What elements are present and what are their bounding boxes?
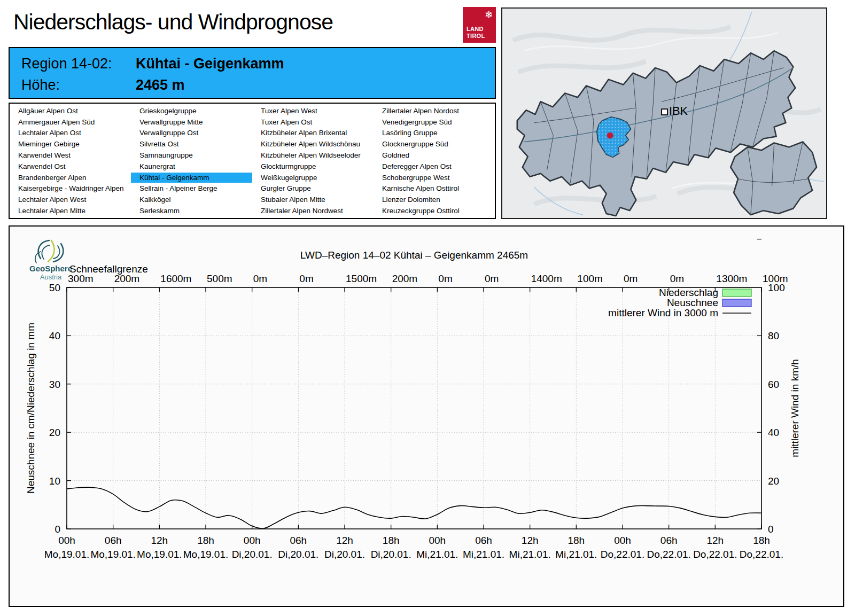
x-tick-time: 00h [58,535,75,546]
x-tick-time: 00h [429,535,446,546]
region-list-item[interactable]: Allgäuer Alpen Ost [10,106,131,116]
y-left-tick-label: 30 [49,379,60,390]
y-left-tick-label: 20 [49,427,60,438]
x-tick-day: Mi,21.01. [416,549,458,560]
region-list-item[interactable]: Kreuzeckgruppe Osttirol [374,206,495,216]
region-list-item[interactable]: Brandenberger Alpen [10,173,131,183]
y-right-tick-label: 20 [768,475,779,487]
region-list-item[interactable]: Mieminger Gebirge [10,139,131,149]
region-list-item[interactable]: Kaunergrat [131,161,252,171]
region-list-item[interactable]: Deferegger Alpen Ost [374,161,495,171]
region-list-item[interactable]: Tuxer Alpen West [252,106,374,116]
region-list-item[interactable]: Zillertaler Alpen Nordost [374,106,495,116]
region-list-item[interactable]: Glocknergruppe Süd [374,139,495,149]
y-axis-left-labels: 01020304050 [49,282,60,535]
region-list-item[interactable]: Lechtaler Alpen West [10,194,131,205]
altitude-label: Höhe: [21,77,136,93]
region-list-item[interactable]: Lienzer Dolomiten [374,194,495,205]
chart-title: LWD–Region 14–02 Kühtai – Geigenkamm 246… [300,249,528,261]
snowline-value: 0m [670,273,684,284]
snowline-value: 200m [114,273,140,284]
legend-label: mittlerer Wind in 3000 m [608,307,718,318]
x-tick-day: Di,20.01. [278,549,318,560]
snowline-value: 1600m [160,273,191,284]
snowline-value: 0m [299,273,313,284]
chart-axes [67,227,761,529]
tirol-logo-line2: TIROL [467,33,485,40]
region-list-item[interactable]: Glockturmgruppe [252,161,374,171]
y-right-tick-label: 40 [768,427,779,438]
x-tick-time: 12h [336,535,353,546]
x-tick-time: 12h [522,535,539,546]
station-marker-dot [607,132,613,139]
region-list-item[interactable]: Verwallgruppe Mitte [131,117,252,127]
region-list-item[interactable]: Stubaier Alpen Mitte [252,194,374,205]
page-title: Niederschlags- und Windprognose [13,10,333,35]
region-list-item[interactable]: Karnische Alpen Osttirol [374,183,495,193]
chart-grid [67,287,761,529]
x-tick-time: 06h [105,535,122,546]
snowline-values: 300m200m1600m500m0m0m1500m200m0m0m1400m1… [68,273,788,284]
x-tick-day: Mo,19.01. [183,549,229,560]
region-list-item[interactable]: Grieskogelgruppe [131,106,252,116]
tirol-overview-map: IBK [501,7,827,219]
region-list-item[interactable]: Karwendel West [10,150,131,160]
region-value: Kühtai - Geigenkamm [136,56,284,72]
x-tick-time: 18h [383,535,400,546]
region-list-item[interactable]: Serleskamm [131,206,252,216]
region-list-item[interactable]: Lechtaler Alpen Ost [10,128,131,138]
x-tick-day: Mo,19.01. [44,549,90,560]
x-tick-day: Mo,19.01. [137,549,182,560]
region-list-item[interactable]: Kitzbüheler Alpen Brixental [252,128,374,138]
x-tick-day: Mi,21.01. [555,549,597,560]
region-list-item[interactable]: Karwendel Ost [10,161,131,171]
region-list-column-4: Zillertaler Alpen NordostVenedigergruppe… [374,104,495,218]
region-list-item[interactable]: Venedigergruppe Süd [374,117,495,127]
region-label: Region 14-02: [21,56,136,72]
y-right-axis-title: mittlerer Wind in km/h [789,359,800,457]
region-list-item[interactable]: Lechtaler Alpen Mitte [10,206,131,216]
tirol-logo-line1: LAND [467,26,485,33]
x-tick-day: Mi,21.01. [509,549,551,560]
legend-swatch-neuschnee [722,299,751,307]
region-list-item[interactable]: Sellrain - Alpeiner Berge [131,183,252,193]
land-tirol-logo: ❄ LAND TIROL [463,7,496,43]
ibk-marker [662,109,667,115]
snowline-value: 0m [485,273,499,284]
snowline-value: 0m [624,273,638,284]
tirol-eagle-icon: ❄ [485,9,493,21]
x-tick-day: Do,22.01. [740,549,783,560]
x-tick-day: Do,22.01. [693,549,737,560]
legend-label: Neuschnee [667,297,718,308]
region-list-item[interactable]: Ammergauer Alpen Süd [10,117,131,127]
region-list-item[interactable]: Tuxer Alpen Ost [252,117,374,127]
x-tick-day: Mo,19.01. [90,549,136,560]
snowline-value: 0m [253,273,267,284]
region-list-item[interactable]: Weißkugelgruppe [252,173,374,183]
region-list-item-selected[interactable]: Kühtai - Geigenkamm [131,173,252,183]
region-list-item[interactable]: Gurgler Gruppe [252,183,374,193]
wind-line [67,487,761,528]
forecast-page: Niederschlags- und Windprognose ❄ LAND T… [0,0,855,616]
snowline-value: 1400m [531,273,562,284]
snowline-value: 1500m [346,273,377,284]
region-list-item[interactable]: Zillertaler Alpen Nordwest [252,206,374,216]
region-list-item[interactable]: Kalkkögel [131,194,252,205]
y-left-tick-label: 50 [49,282,60,293]
y-axis-right-labels: 020406080100 [768,282,785,535]
region-list-item[interactable]: Kaisergebirge - Waidringer Alpen [10,183,131,193]
region-list-item[interactable]: Goldried [374,150,495,160]
region-list-item[interactable]: Lasörling Gruppe [374,128,495,138]
geosphere-logo: GeoSphereAustria [29,240,72,281]
region-list-item[interactable]: Verwallgruppe Ost [131,128,252,138]
region-list-item[interactable]: Schobergruppe West [374,173,495,183]
snowline-value: 100m [577,273,603,284]
snowline-value: 500m [207,273,232,284]
region-list-item[interactable]: Kitzbüheler Alpen Wildseeloder [252,150,374,160]
region-list-item[interactable]: Kitzbüheler Alpen Wildschönau [252,139,374,149]
x-tick-day: Mi,21.01. [463,549,504,560]
y-right-tick-label: 80 [768,330,779,341]
y-left-tick-label: 0 [55,524,60,535]
region-list-item[interactable]: Silvretta Ost [131,139,252,149]
region-list-item[interactable]: Samnaungruppe [131,150,252,160]
